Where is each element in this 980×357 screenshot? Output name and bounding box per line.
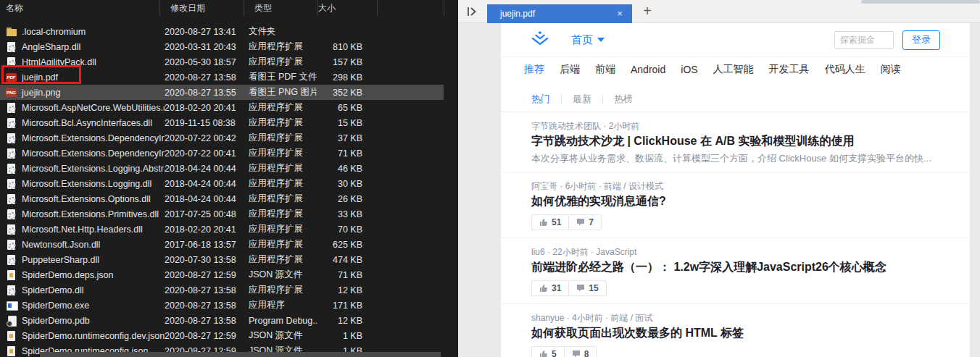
comment-button[interactable]: 8 [564,346,597,357]
file-name-cell: Microsoft.Extensions.Logging.dll [0,178,165,190]
file-row[interactable]: Microsoft.Extensions.DependencyInje...20… [0,130,444,146]
file-size: 810 KB [317,42,362,52]
column-separator[interactable] [244,0,244,16]
file-name-cell: AngleSharp.dll [0,41,165,53]
feed-tab-热门[interactable]: 热门 [531,93,550,106]
file-row[interactable]: Microsoft.Extensions.Logging.dll2018-04-… [0,176,444,191]
comment-button[interactable]: 15 [568,280,606,296]
dll-icon [6,133,17,144]
file-row[interactable]: Microsoft.Extensions.Logging.Abstra...20… [0,161,444,176]
file-name-cell: Newtonsoft.Json.dll [0,239,165,251]
juejin-logo-icon[interactable] [531,31,549,49]
file-row[interactable]: Microsoft.Extensions.Primitives.dll2017-… [0,206,444,222]
column-header-name[interactable]: 名称 [0,0,165,16]
file-type: 看图王 PNG 图片... [249,86,317,98]
column-separator[interactable] [377,0,378,16]
file-row[interactable]: SpiderDemo.exe2020-08-27 13:58应用程序171 KB [0,298,444,313]
file-size: 1 KB [317,331,362,341]
column-separator[interactable] [444,0,444,16]
file-type: 应用程序扩展 [249,253,317,266]
dll-icon [6,239,17,251]
column-header-date[interactable]: 修改日期 [165,0,249,16]
file-date: 2017-06-18 13:57 [165,240,249,250]
like-button[interactable]: 51 [531,214,569,230]
file-name-cell: Microsoft.Extensions.Logging.Abstra... [0,163,165,175]
column-separator[interactable] [159,0,160,16]
folder-icon [6,26,17,38]
file-name-cell: SpiderDemo.pdb [0,315,165,327]
nav-item-iOS[interactable]: iOS [681,64,697,75]
json-icon [6,330,17,342]
top-scrollbar[interactable] [861,0,980,4]
file-row[interactable]: Microsoft.AspNetCore.WebUtilities.dll201… [0,100,444,115]
column-header-type[interactable]: 类型 [249,0,317,16]
dll-icon [6,178,17,190]
article-title[interactable]: 如何获取页面出现次数最多的 HTML 标签 [531,326,939,340]
column-header-size[interactable]: 大小 [317,0,362,16]
file-row[interactable]: PuppeteerSharp.dll2020-07-30 13:58应用程序扩展… [0,252,444,267]
horizontal-scrollbar-thumb[interactable] [40,352,441,357]
nav-item-推荐[interactable]: 推荐 [524,63,544,76]
home-menu[interactable]: 首页 [571,33,605,47]
file-row[interactable]: SpiderDemo.runtimeconfig.dev.json2020-08… [0,328,444,343]
main-nav: 推荐后端前端AndroidiOS人工智能开发工具代码人生阅读 [501,57,970,81]
file-row[interactable]: SpiderDemo.pdb2020-08-27 13:58Program De… [0,313,444,328]
article-title[interactable]: 如何优雅的实现消息通信? [531,194,939,209]
file-name: Microsoft.Net.Http.Headers.dll [22,224,143,235]
dll-icon [6,254,17,266]
file-date: 2018-02-20 20:41 [165,224,249,235]
nav-item-Android[interactable]: Android [631,64,665,75]
thumb-up-icon [539,284,548,293]
file-name-cell: SpiderDemo.runtimeconfig.dev.json [0,330,165,342]
like-button[interactable]: 5 [531,346,565,357]
file-name-cell: SpiderDemo.deps.json [0,269,165,281]
dll-icon [6,163,17,175]
file-date: 2020-05-30 18:57 [165,57,249,67]
nav-item-代码人生[interactable]: 代码人生 [825,63,865,76]
file-name: SpiderDemo.exe [22,301,89,311]
sidebar-toggle-icon[interactable] [465,5,478,18]
like-button[interactable]: 31 [531,280,569,296]
file-size: 171 KB [317,301,362,311]
new-tab-button[interactable]: + [639,1,655,20]
tab-close-icon[interactable]: × [615,4,625,23]
pdf-tab[interactable]: juejin.pdf × [487,4,632,23]
comment-icon [576,218,585,227]
dll-icon [6,209,17,220]
login-button[interactable]: 登录 [902,30,940,50]
file-size: 26 KB [317,194,362,204]
file-date: 2020-08-27 13:58 [165,72,249,83]
file-size: 352 KB [317,88,362,98]
nav-item-开发工具[interactable]: 开发工具 [769,63,810,76]
comment-button[interactable]: 7 [568,214,602,230]
article-title[interactable]: 字节跳动技术沙龙 | ClickHouse 在 A/B 实验和模型训练的使用 [531,134,939,148]
file-name: Microsoft.Bcl.AsyncInterfaces.dll [22,118,152,128]
file-name-cell: Microsoft.AspNetCore.WebUtilities.dll [0,102,165,114]
search-input[interactable] [834,31,894,49]
nav-item-后端[interactable]: 后端 [560,63,580,76]
file-row[interactable]: Microsoft.Bcl.AsyncInterfaces.dll2019-11… [0,115,444,130]
file-row[interactable]: Microsoft.Extensions.Options.dll2018-04-… [0,191,444,206]
file-type: 文件夹 [249,25,317,38]
column-separator[interactable] [317,0,317,16]
file-row[interactable]: .local-chromium2020-08-27 13:41文件夹 [0,24,444,39]
nav-item-人工智能[interactable]: 人工智能 [713,63,754,76]
file-row[interactable]: Newtonsoft.Json.dll2017-06-18 13:57应用程序扩… [0,237,444,252]
file-row[interactable]: Microsoft.Net.Http.Headers.dll2018-02-20… [0,222,444,237]
dll-icon [6,148,17,159]
file-row[interactable]: juejin.png2020-08-27 13:55看图王 PNG 图片...3… [0,85,444,100]
file-type: Program Debug... [249,316,317,326]
nav-item-前端[interactable]: 前端 [595,63,615,76]
article-title[interactable]: 前端进阶必经之路（一）： 1.2w字深入理解JavaScript26个核心概念 [531,260,939,274]
file-row[interactable]: SpiderDemo.deps.json2020-08-27 12:59JSON… [0,267,444,282]
file-row[interactable]: SpiderDemo.dll2020-08-27 13:58应用程序扩展12 K… [0,282,444,298]
feed-tab-热榜[interactable]: 热榜 [614,93,633,106]
article-meta: 字节跳动技术团队 · 2小时前 [531,121,939,131]
file-row[interactable]: AngleSharp.dll2020-03-31 20:43应用程序扩展810 … [0,39,444,54]
file-type: 看图王 PDF 文件 [249,71,317,83]
feed-tab-最新[interactable]: 最新 [573,93,591,106]
json-icon [6,269,17,281]
highlight-rectangle [1,65,81,84]
file-row[interactable]: Microsoft.Extensions.DependencyInje...20… [0,146,444,161]
nav-item-阅读[interactable]: 阅读 [881,63,901,76]
